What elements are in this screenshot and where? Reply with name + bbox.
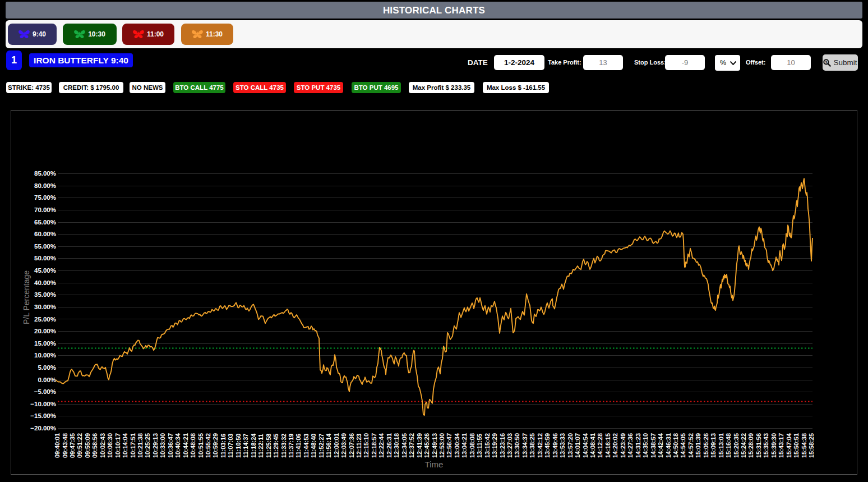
svg-text:09:47:35: 09:47:35 xyxy=(69,433,76,458)
svg-text:15:05:26: 15:05:26 xyxy=(703,433,709,458)
svg-text:−10.00%: −10.00% xyxy=(30,401,56,407)
svg-text:14:12:28: 14:12:28 xyxy=(597,433,603,458)
svg-text:12:34:05: 12:34:05 xyxy=(401,433,408,458)
svg-text:15:58:25: 15:58:25 xyxy=(808,433,815,458)
svg-text:12:30:18: 12:30:18 xyxy=(393,433,400,458)
svg-text:12:03:49: 12:03:49 xyxy=(340,433,347,458)
svg-text:11:29:45: 11:29:45 xyxy=(273,434,279,458)
svg-text:14:08:41: 14:08:41 xyxy=(589,433,596,458)
svg-text:13:23:16: 13:23:16 xyxy=(499,433,506,458)
svg-text:−15.00%: −15.00% xyxy=(30,412,56,419)
svg-text:15:50:51: 15:50:51 xyxy=(793,433,800,458)
svg-text:13:11:55: 13:11:55 xyxy=(476,434,483,458)
svg-text:13:15:42: 13:15:42 xyxy=(484,433,491,458)
svg-text:14:38:57: 14:38:57 xyxy=(650,433,657,458)
svg-text:Time: Time xyxy=(425,460,444,469)
svg-text:14:57:52: 14:57:52 xyxy=(687,433,694,458)
svg-text:13:19:29: 13:19:29 xyxy=(491,433,498,458)
svg-text:10:29:13: 10:29:13 xyxy=(152,433,159,458)
svg-text:13:49:46: 13:49:46 xyxy=(552,433,558,458)
svg-text:14:27:36: 14:27:36 xyxy=(627,433,634,458)
svg-text:12:18:57: 12:18:57 xyxy=(371,433,377,458)
svg-text:13:27:03: 13:27:03 xyxy=(506,433,513,458)
svg-text:13:38:25: 13:38:25 xyxy=(529,433,535,458)
svg-text:10:51:55: 10:51:55 xyxy=(197,433,204,458)
svg-text:10:14:04: 10:14:04 xyxy=(122,433,128,458)
svg-text:10:44:21: 10:44:21 xyxy=(182,433,189,458)
svg-text:15:13:01: 15:13:01 xyxy=(718,433,724,458)
svg-text:13:08:08: 13:08:08 xyxy=(469,433,475,458)
svg-text:13:34:37: 13:34:37 xyxy=(521,433,528,458)
svg-text:12:45:26: 12:45:26 xyxy=(423,433,430,458)
svg-text:15:54:38: 15:54:38 xyxy=(801,433,807,458)
svg-text:13:53:33: 13:53:33 xyxy=(559,433,566,458)
svg-text:15:31:56: 15:31:56 xyxy=(755,433,762,458)
svg-text:15:39:30: 15:39:30 xyxy=(770,433,777,458)
svg-text:15:16:48: 15:16:48 xyxy=(725,433,732,458)
svg-text:65.00%: 65.00% xyxy=(34,219,56,226)
svg-text:12:41:39: 12:41:39 xyxy=(416,433,423,458)
svg-text:10:33:00: 10:33:00 xyxy=(159,433,166,458)
svg-text:11:18:24: 11:18:24 xyxy=(250,433,257,458)
svg-text:11:37:19: 11:37:19 xyxy=(288,434,294,458)
svg-text:11:25:58: 11:25:58 xyxy=(265,434,272,458)
svg-text:10:25:25: 10:25:25 xyxy=(144,433,151,458)
svg-text:15:47:04: 15:47:04 xyxy=(786,433,792,458)
svg-text:15:09:13: 15:09:13 xyxy=(710,433,717,458)
svg-text:12:15:10: 12:15:10 xyxy=(363,433,370,458)
svg-text:10:59:29: 10:59:29 xyxy=(212,433,219,458)
svg-text:09:40:01: 09:40:01 xyxy=(54,433,61,458)
svg-text:75.00%: 75.00% xyxy=(34,194,56,201)
svg-text:10:10:17: 10:10:17 xyxy=(114,433,121,458)
svg-text:15:24:22: 15:24:22 xyxy=(740,433,747,458)
svg-text:12:00:01: 12:00:01 xyxy=(333,433,340,458)
svg-text:12:26:31: 12:26:31 xyxy=(386,433,393,458)
svg-text:09:58:56: 09:58:56 xyxy=(91,433,98,458)
svg-text:13:04:21: 13:04:21 xyxy=(461,433,468,458)
svg-text:14:23:49: 14:23:49 xyxy=(620,433,626,458)
svg-text:50.00%: 50.00% xyxy=(34,255,56,261)
svg-text:14:54:05: 14:54:05 xyxy=(680,433,686,458)
svg-text:14:31:23: 14:31:23 xyxy=(635,433,641,458)
svg-text:P/L Percentage: P/L Percentage xyxy=(22,270,31,324)
svg-text:11:41:06: 11:41:06 xyxy=(295,434,302,458)
svg-text:14:04:54: 14:04:54 xyxy=(582,433,589,458)
svg-text:12:37:52: 12:37:52 xyxy=(408,433,415,458)
svg-text:10:21:38: 10:21:38 xyxy=(137,433,144,458)
svg-text:14:01:07: 14:01:07 xyxy=(574,433,581,458)
svg-text:55.00%: 55.00% xyxy=(34,243,56,250)
svg-text:13:30:50: 13:30:50 xyxy=(514,433,520,458)
svg-text:70.00%: 70.00% xyxy=(34,206,56,213)
svg-text:14:42:44: 14:42:44 xyxy=(657,433,664,458)
svg-text:12:56:47: 12:56:47 xyxy=(446,433,453,458)
svg-text:40.00%: 40.00% xyxy=(34,279,56,286)
svg-text:13:57:20: 13:57:20 xyxy=(567,433,574,458)
svg-text:−20.00%: −20.00% xyxy=(30,425,56,431)
svg-text:12:07:36: 12:07:36 xyxy=(348,433,355,458)
svg-text:−5.00%: −5.00% xyxy=(34,388,56,395)
svg-text:10:17:51: 10:17:51 xyxy=(130,433,136,458)
svg-text:20.00%: 20.00% xyxy=(34,328,56,334)
svg-text:10:02:43: 10:02:43 xyxy=(99,433,106,458)
svg-text:14:35:10: 14:35:10 xyxy=(642,433,649,458)
svg-text:35.00%: 35.00% xyxy=(34,291,56,298)
svg-text:14:50:18: 14:50:18 xyxy=(672,433,679,458)
svg-text:12:22:44: 12:22:44 xyxy=(378,433,385,458)
svg-text:15:43:17: 15:43:17 xyxy=(778,433,784,458)
svg-text:13:45:59: 13:45:59 xyxy=(544,433,551,458)
svg-text:0.00%: 0.00% xyxy=(38,377,56,383)
svg-text:12:49:13: 12:49:13 xyxy=(431,433,438,458)
svg-text:10:40:34: 10:40:34 xyxy=(174,433,181,458)
svg-text:11:44:53: 11:44:53 xyxy=(303,434,310,458)
svg-text:11:14:37: 11:14:37 xyxy=(242,434,249,458)
svg-text:11:10:50: 11:10:50 xyxy=(235,434,242,458)
svg-text:11:07:03: 11:07:03 xyxy=(227,434,234,458)
svg-text:10:48:08: 10:48:08 xyxy=(190,433,196,458)
svg-text:09:43:48: 09:43:48 xyxy=(62,433,68,458)
svg-text:10:06:30: 10:06:30 xyxy=(107,433,113,458)
svg-text:10:36:47: 10:36:47 xyxy=(167,433,174,458)
svg-text:13:42:12: 13:42:12 xyxy=(537,433,543,458)
svg-text:15:20:35: 15:20:35 xyxy=(733,433,740,458)
svg-text:15:35:43: 15:35:43 xyxy=(763,433,769,458)
svg-text:5.00%: 5.00% xyxy=(38,364,56,371)
